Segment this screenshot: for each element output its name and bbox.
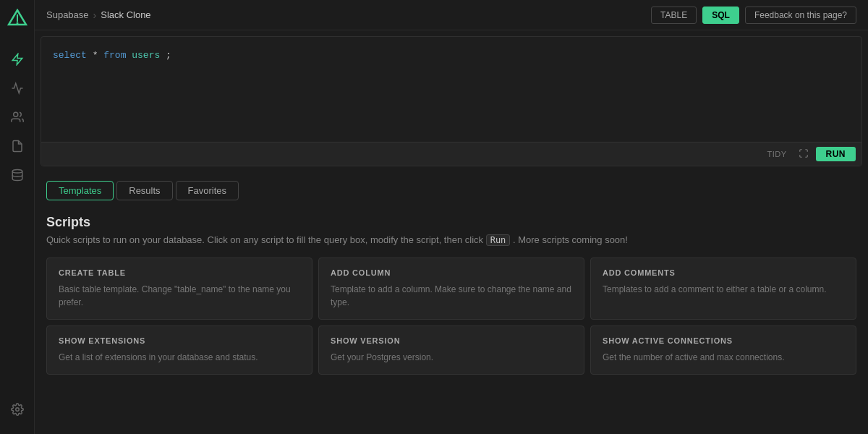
card-title-show-active-connections: SHOW ACTIVE CONNECTIONS <box>603 336 844 345</box>
svg-point-5 <box>12 170 22 174</box>
feedback-button[interactable]: Feedback on this page? <box>745 7 856 24</box>
svg-marker-3 <box>12 54 22 65</box>
tidy-button[interactable]: TIDY <box>762 148 791 160</box>
sidebar-item-settings[interactable] <box>4 396 30 422</box>
code-operator-star: * <box>93 50 104 61</box>
sql-mode-button[interactable]: SQL <box>702 7 739 24</box>
sidebar-item-users[interactable] <box>4 104 30 130</box>
tab-results[interactable]: Results <box>116 181 172 200</box>
script-card-add-comments[interactable]: ADD COMMENTS Templates to add a comment … <box>590 258 856 320</box>
sidebar-item-activity[interactable] <box>4 75 30 101</box>
table-mode-button[interactable]: TABLE <box>651 7 697 24</box>
card-title-create-table: CREATE TABLE <box>59 268 300 277</box>
sidebar <box>0 0 35 434</box>
script-card-show-extensions[interactable]: SHOW EXTENSIONS Get a list of extensions… <box>46 326 312 375</box>
script-cards-grid: CREATE TABLE Basic table template. Chang… <box>46 258 856 375</box>
card-title-show-version: SHOW VERSION <box>331 336 572 345</box>
svg-point-2 <box>16 22 18 25</box>
card-desc-show-version: Get your Postgres version. <box>331 351 572 364</box>
sidebar-item-file[interactable] <box>4 133 30 159</box>
bottom-panel: Templates Results Favorites Scripts Quic… <box>35 172 868 434</box>
card-desc-add-column: Template to add a column. Make sure to c… <box>331 283 572 309</box>
code-keyword-from: from <box>103 50 126 61</box>
editor-content[interactable]: select * from users ; <box>41 37 861 137</box>
scripts-section: Scripts Quick scripts to run on your dat… <box>46 215 856 375</box>
code-semicolon: ; <box>166 50 171 61</box>
sidebar-item-database[interactable] <box>4 162 30 188</box>
sidebar-logo[interactable] <box>7 9 27 29</box>
card-desc-show-extensions: Get a list of extensions in your databas… <box>59 351 300 364</box>
editor-toolbar: TIDY RUN <box>41 142 861 166</box>
sidebar-item-home[interactable] <box>4 46 30 72</box>
scripts-description: Quick scripts to run on your database. C… <box>46 234 856 246</box>
tab-bar: Templates Results Favorites <box>46 181 856 200</box>
topbar: Supabase › Slack Clone TABLE SQL Feedbac… <box>35 0 868 30</box>
svg-point-4 <box>13 112 17 116</box>
card-title-show-extensions: SHOW EXTENSIONS <box>59 336 300 345</box>
script-card-show-active-connections[interactable]: SHOW ACTIVE CONNECTIONS Get the number o… <box>590 326 856 375</box>
code-keyword-select: select <box>53 50 87 61</box>
card-title-add-column: ADD COLUMN <box>331 268 572 277</box>
tab-templates[interactable]: Templates <box>46 181 114 200</box>
script-card-add-column[interactable]: ADD COLUMN Template to add a column. Mak… <box>318 258 584 320</box>
scripts-title: Scripts <box>46 215 856 230</box>
main-content: Supabase › Slack Clone TABLE SQL Feedbac… <box>35 0 868 434</box>
card-title-add-comments: ADD COMMENTS <box>603 268 844 277</box>
breadcrumb-root[interactable]: Supabase <box>46 9 89 20</box>
script-card-show-version[interactable]: SHOW VERSION Get your Postgres version. <box>318 326 584 375</box>
sql-editor[interactable]: select * from users ; TIDY RUN <box>41 36 862 166</box>
breadcrumb-separator: › <box>93 9 97 21</box>
fullscreen-button[interactable] <box>794 147 813 161</box>
card-desc-create-table: Basic table template. Change "table_name… <box>59 283 300 309</box>
code-table-name: users <box>132 50 160 61</box>
card-desc-add-comments: Templates to add a comment to either a t… <box>603 283 844 296</box>
tab-favorites[interactable]: Favorites <box>176 181 239 200</box>
card-desc-show-active-connections: Get the number of active and max connect… <box>603 351 844 364</box>
script-card-create-table[interactable]: CREATE TABLE Basic table template. Chang… <box>46 258 312 320</box>
breadcrumb-current: Slack Clone <box>101 9 150 20</box>
breadcrumb: Supabase › Slack Clone <box>46 9 645 21</box>
run-button[interactable]: RUN <box>816 147 856 161</box>
svg-point-6 <box>15 408 19 412</box>
topbar-actions: TABLE SQL Feedback on this page? <box>651 7 856 24</box>
